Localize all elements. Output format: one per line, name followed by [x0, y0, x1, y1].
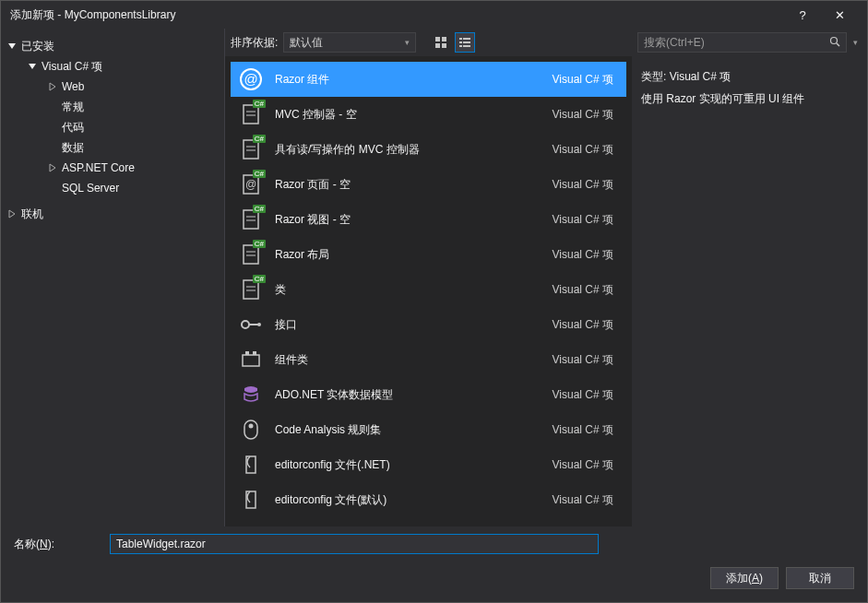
tree-item-csharp[interactable]: Visual C# 项 — [1, 56, 224, 77]
tree-item-web[interactable]: Web — [1, 77, 224, 97]
cs-badge-icon: C# — [253, 135, 266, 143]
svg-rect-35 — [244, 420, 257, 439]
template-name: 接口 — [275, 317, 541, 333]
cs-file-icon: C# — [238, 207, 264, 232]
tree-label: SQL Server — [62, 182, 119, 195]
template-row[interactable]: editorconfig 文件(.NET)Visual C# 项 — [231, 447, 626, 482]
svg-rect-0 — [435, 37, 440, 41]
info-body: 类型: Visual C# 项 使用 Razor 实现的可重用 UI 组件 — [632, 56, 867, 120]
template-lang: Visual C# 项 — [553, 282, 619, 298]
svg-rect-4 — [459, 38, 462, 40]
svg-rect-34 — [253, 351, 256, 355]
template-row[interactable]: editorconfig 文件(默认)Visual C# 项 — [231, 482, 626, 517]
template-row[interactable]: C#类Visual C# 项 — [231, 272, 626, 307]
cs-badge-icon: C# — [253, 170, 266, 178]
sort-value: 默认值 — [290, 35, 323, 51]
svg-rect-23 — [244, 245, 258, 264]
category-tree: 已安装 Visual C# 项 Web 常规 代码 数据 — [1, 29, 225, 526]
search-dropdown-icon[interactable]: ▾ — [849, 38, 862, 47]
tree-label: 常规 — [62, 100, 84, 115]
tree-item-data[interactable]: 数据 — [1, 137, 224, 158]
svg-rect-6 — [459, 41, 462, 43]
view-list-button[interactable] — [455, 32, 475, 53]
tree-label: Web — [62, 80, 84, 93]
sort-label: 排序依据: — [231, 35, 278, 51]
tree-label: 已安装 — [21, 39, 54, 54]
template-lang: Visual C# 项 — [553, 107, 619, 123]
cs-file-icon: C# — [238, 242, 264, 267]
template-lang: Visual C# 项 — [553, 212, 619, 228]
template-row[interactable]: ADO.NET 实体数据模型Visual C# 项 — [231, 377, 626, 412]
svg-rect-1 — [442, 37, 446, 41]
search-row: 搜索(Ctrl+E) ▾ — [632, 29, 867, 56]
svg-rect-5 — [463, 38, 470, 40]
template-lang: Visual C# 项 — [553, 457, 619, 473]
caret-right-icon — [6, 208, 18, 219]
component-icon — [238, 347, 264, 372]
tree-label: 联机 — [21, 207, 43, 222]
svg-text:@: @ — [244, 71, 257, 87]
help-button[interactable]: ? — [784, 8, 821, 22]
template-lang: Visual C# 项 — [553, 317, 619, 333]
titlebar: 添加新项 - MyComponentsLibrary ? ✕ — [1, 1, 867, 29]
bottom-panel: 名称(N): 添加(A) 取消 — [1, 526, 867, 602]
template-lang: Visual C# 项 — [553, 387, 619, 403]
name-row: 名称(N): — [14, 534, 854, 554]
tree-item-general[interactable]: 常规 — [1, 97, 224, 117]
tree-item-sqlserver[interactable]: SQL Server — [1, 178, 224, 198]
sortbar: 排序依据: 默认值 ▾ — [225, 29, 632, 56]
template-row[interactable]: C#MVC 控制器 - 空Visual C# 项 — [231, 97, 626, 132]
svg-rect-26 — [244, 280, 258, 299]
cancel-button[interactable]: 取消 — [786, 567, 854, 589]
template-lang: Visual C# 项 — [553, 177, 619, 193]
info-description: 使用 Razor 实现的可重用 UI 组件 — [641, 89, 858, 110]
template-lang: Visual C# 项 — [553, 142, 619, 158]
svg-point-31 — [257, 323, 261, 326]
info-type-row: 类型: Visual C# 项 — [641, 67, 858, 88]
caret-right-icon — [47, 81, 58, 92]
template-row[interactable]: EF 5.x DbContext 生成器Visual C# 项 — [231, 517, 626, 526]
svg-point-36 — [249, 424, 254, 429]
search-input[interactable]: 搜索(Ctrl+E) — [637, 32, 847, 53]
template-row[interactable]: Code Analysis 规则集Visual C# 项 — [231, 412, 626, 447]
tree-item-online[interactable]: 联机 — [1, 204, 224, 224]
template-row[interactable]: C#Razor 视图 - 空Visual C# 项 — [231, 202, 626, 237]
ruleset-icon — [238, 417, 264, 443]
template-row[interactable]: @Razor 组件Visual C# 项 — [231, 62, 626, 97]
view-large-icons-button[interactable] — [431, 32, 451, 53]
caret-right-icon — [47, 162, 58, 173]
template-lang: Visual C# 项 — [553, 422, 619, 438]
sort-combo[interactable]: 默认值 ▾ — [283, 32, 416, 53]
template-name: 具有读/写操作的 MVC 控制器 — [275, 142, 541, 158]
cs-badge-icon: C# — [253, 100, 266, 108]
template-row[interactable]: @C#Razor 页面 - 空Visual C# 项 — [231, 167, 626, 202]
cs-badge-icon: C# — [253, 275, 266, 283]
interface-icon — [238, 312, 264, 337]
template-row[interactable]: C#Razor 布局Visual C# 项 — [231, 237, 626, 272]
name-input[interactable] — [110, 534, 599, 554]
right-panel: 搜索(Ctrl+E) ▾ 类型: Visual C# 项 使用 Razor 实现… — [632, 29, 867, 526]
template-list[interactable]: @Razor 组件Visual C# 项C#MVC 控制器 - 空Visual … — [225, 56, 632, 526]
tree-item-installed[interactable]: 已安装 — [1, 36, 224, 56]
template-row[interactable]: 接口Visual C# 项 — [231, 307, 626, 342]
svg-rect-7 — [463, 41, 470, 43]
svg-rect-2 — [435, 43, 440, 48]
razor-at-icon: @ — [238, 66, 264, 92]
template-name: Razor 页面 - 空 — [275, 177, 541, 193]
close-button[interactable]: ✕ — [821, 8, 858, 22]
tree-item-aspnetcore[interactable]: ASP.NET Core — [1, 158, 224, 178]
template-row[interactable]: 组件类Visual C# 项 — [231, 342, 626, 377]
svg-rect-20 — [244, 210, 258, 229]
main-area: 已安装 Visual C# 项 Web 常规 代码 数据 — [1, 29, 867, 526]
template-row[interactable]: C#具有读/写操作的 MVC 控制器Visual C# 项 — [231, 132, 626, 167]
cancel-button-label: 取消 — [809, 571, 831, 586]
cs-badge-icon: C# — [253, 240, 266, 248]
name-label: 名称(N): — [14, 537, 54, 552]
editorconfig-icon — [238, 452, 264, 478]
name-label-pre: 名称( — [14, 538, 40, 550]
chevron-down-icon: ▾ — [405, 38, 410, 47]
search-icon — [829, 36, 840, 50]
tree-item-code[interactable]: 代码 — [1, 117, 224, 137]
add-button[interactable]: 添加(A) — [710, 567, 779, 589]
template-name: Razor 视图 - 空 — [275, 212, 541, 228]
